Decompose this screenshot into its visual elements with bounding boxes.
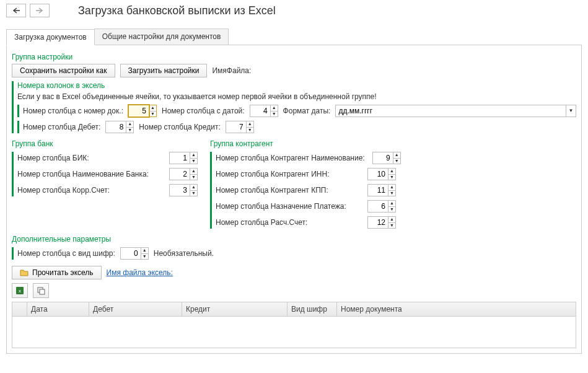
ca-inn-input[interactable] <box>367 168 388 180</box>
ca-account-stepper[interactable]: ▲▼ <box>367 216 396 229</box>
forward-button[interactable] <box>30 4 50 17</box>
stepper-up-icon[interactable]: ▲ <box>126 121 133 128</box>
stepper-down-icon[interactable]: ▼ <box>388 191 395 196</box>
read-excel-button[interactable]: Прочитать эксель <box>12 266 102 279</box>
table-marker-col <box>12 302 27 316</box>
stepper-down-icon[interactable]: ▼ <box>271 112 278 117</box>
stepper-up-icon[interactable]: ▲ <box>393 152 400 159</box>
load-settings-button[interactable]: Загрузить настройки <box>120 64 208 77</box>
debit-col-stepper[interactable]: ▲▼ <box>105 121 134 133</box>
tab-general-settings[interactable]: Общие настройки для документов <box>94 29 229 45</box>
filename-label: ИмяФайла: <box>212 66 251 75</box>
credit-col-stepper[interactable]: ▲▼ <box>226 121 254 133</box>
col-cipher[interactable]: Вид шифр <box>287 302 337 316</box>
stepper-up-icon[interactable]: ▲ <box>388 217 395 223</box>
col-credit[interactable]: Кредит <box>182 302 287 316</box>
docnum-col-input[interactable] <box>128 105 149 117</box>
extra-title: Дополнительные параметры <box>12 235 576 244</box>
stepper-up-icon[interactable]: ▲ <box>388 201 395 207</box>
stepper-down-icon[interactable]: ▼ <box>190 159 197 164</box>
ca-kpp-input[interactable] <box>367 184 388 196</box>
cipher-label: Номер столбца с вид шифр: <box>17 249 115 258</box>
stepper-down-icon[interactable]: ▼ <box>388 223 395 229</box>
tab-bar: Загрузка документов Общие настройки для … <box>6 29 582 45</box>
dateformat-input[interactable] <box>335 105 566 117</box>
settings-group-title: Группа настройки <box>12 53 576 61</box>
debit-col-input[interactable] <box>105 121 126 133</box>
ca-purpose-input[interactable] <box>367 200 388 213</box>
korr-input[interactable] <box>169 184 190 196</box>
stepper-down-icon[interactable]: ▼ <box>190 175 197 180</box>
ca-inn-stepper[interactable]: ▲▼ <box>367 168 396 180</box>
svg-text:x: x <box>19 288 21 294</box>
documents-table: Дата Дебет Кредит Вид шифр Номер докумен… <box>12 302 576 348</box>
credit-col-label: Номер столбца Кредит: <box>139 123 220 131</box>
page-title: Загрузка банковской выписки из Excel <box>78 4 276 17</box>
ca-name-label: Номер столбца Контрагент Наименование: <box>216 154 365 162</box>
tab-load-documents[interactable]: Загрузка документов <box>6 29 95 45</box>
folder-open-icon <box>20 268 29 277</box>
table-body[interactable] <box>12 317 576 348</box>
bik-input[interactable] <box>169 152 190 164</box>
columns-hint: Если у вас в Excel объединенные ячейки, … <box>17 92 576 101</box>
stepper-down-icon[interactable]: ▼ <box>388 175 395 180</box>
ca-kpp-label: Номер столбца Контрагент КПП: <box>216 186 328 195</box>
docnum-col-label: Номер столбца с номер док.: <box>23 107 123 115</box>
excel-export-button[interactable]: x <box>12 283 28 298</box>
stepper-up-icon[interactable]: ▲ <box>149 105 156 112</box>
stepper-down-icon[interactable]: ▼ <box>393 159 400 164</box>
excel-icon: x <box>15 286 24 295</box>
ca-name-input[interactable] <box>372 152 393 164</box>
dateformat-label: Формат даты: <box>283 107 331 115</box>
stepper-up-icon[interactable]: ▲ <box>247 121 253 128</box>
docnum-col-stepper[interactable]: ▲▼ <box>128 105 157 117</box>
ca-kpp-stepper[interactable]: ▲▼ <box>367 184 396 196</box>
excel-filename-link[interactable]: Имя файла эксель: <box>107 268 173 277</box>
bik-stepper[interactable]: ▲▼ <box>169 152 198 164</box>
cipher-input[interactable] <box>120 247 141 260</box>
back-button[interactable] <box>6 4 26 17</box>
arrow-left-icon <box>12 7 20 14</box>
bankname-label: Номер столбца Наименование Банка: <box>17 170 149 178</box>
ca-purpose-stepper[interactable]: ▲▼ <box>367 200 396 213</box>
col-docnum[interactable]: Номер документа <box>337 302 576 316</box>
dropdown-icon[interactable]: ▼ <box>566 105 576 117</box>
dateformat-combo[interactable]: ▼ <box>335 105 576 117</box>
date-col-stepper[interactable]: ▲▼ <box>250 105 278 117</box>
ca-inn-label: Номер столбца Контрагент ИНН: <box>216 170 329 178</box>
bank-group-title: Группа банк <box>12 139 198 148</box>
save-settings-as-button[interactable]: Сохранить настройки как <box>12 64 115 77</box>
stepper-down-icon[interactable]: ▼ <box>141 254 148 260</box>
stepper-up-icon[interactable]: ▲ <box>388 169 395 175</box>
credit-col-input[interactable] <box>226 121 247 133</box>
copy-button[interactable] <box>33 283 49 298</box>
bankname-stepper[interactable]: ▲▼ <box>169 168 198 180</box>
korr-stepper[interactable]: ▲▼ <box>169 184 198 196</box>
stepper-up-icon[interactable]: ▲ <box>388 185 395 191</box>
stepper-up-icon[interactable]: ▲ <box>190 185 197 191</box>
arrow-right-icon <box>35 7 44 14</box>
stepper-down-icon[interactable]: ▼ <box>149 112 156 117</box>
col-debit[interactable]: Дебет <box>89 302 182 316</box>
contragent-group-title: Группа контрагент <box>210 139 396 148</box>
bankname-input[interactable] <box>169 168 190 180</box>
stepper-down-icon[interactable]: ▼ <box>126 128 133 133</box>
cipher-stepper[interactable]: ▲▼ <box>120 247 149 260</box>
stepper-up-icon[interactable]: ▲ <box>190 169 197 175</box>
stepper-down-icon[interactable]: ▼ <box>388 207 395 213</box>
stepper-up-icon[interactable]: ▲ <box>141 248 148 254</box>
stepper-down-icon[interactable]: ▼ <box>190 191 197 196</box>
ca-account-input[interactable] <box>367 216 388 229</box>
copy-icon <box>37 286 45 295</box>
read-excel-label: Прочитать эксель <box>32 268 94 277</box>
stepper-up-icon[interactable]: ▲ <box>271 105 278 112</box>
optional-label: Необязательный. <box>154 249 214 258</box>
korr-label: Номер столбца Корр.Счет: <box>17 186 110 195</box>
stepper-down-icon[interactable]: ▼ <box>247 128 253 133</box>
date-col-input[interactable] <box>250 105 271 117</box>
col-date[interactable]: Дата <box>27 302 89 316</box>
ca-name-stepper[interactable]: ▲▼ <box>372 152 401 164</box>
debit-col-label: Номер столбца Дебет: <box>23 123 100 131</box>
stepper-up-icon[interactable]: ▲ <box>190 152 197 159</box>
date-col-label: Номер столбца с датой: <box>162 107 245 115</box>
